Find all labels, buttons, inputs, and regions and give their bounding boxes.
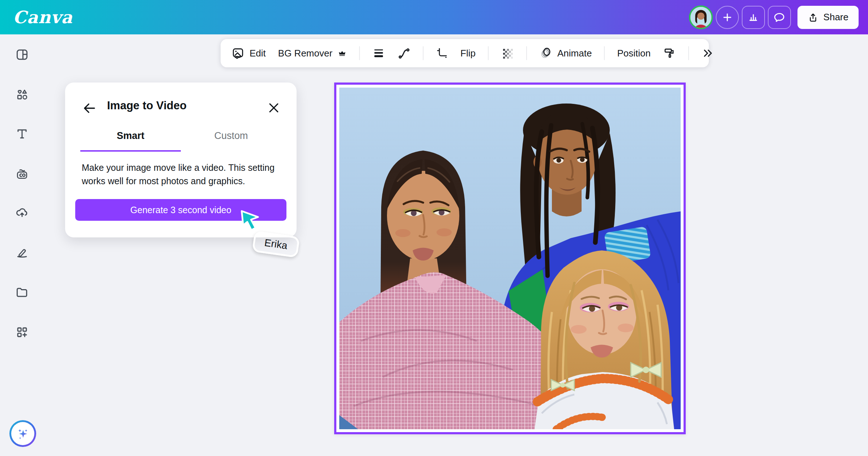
- line-weight-icon: [372, 47, 385, 60]
- back-button[interactable]: [82, 101, 97, 116]
- draw-pen-icon: [15, 245, 29, 259]
- share-button[interactable]: Share: [797, 6, 859, 29]
- adjust-curve-button[interactable]: [397, 47, 410, 60]
- toolbar-separator: [488, 46, 489, 60]
- avatar[interactable]: [689, 5, 713, 29]
- bg-remover-label: BG Remover: [278, 48, 332, 59]
- edit-label: Edit: [250, 48, 266, 59]
- back-arrow-icon: [82, 101, 97, 116]
- paint-roller-icon: [663, 47, 676, 60]
- elements-icon: [15, 88, 29, 101]
- panel-title: Image to Video: [107, 99, 187, 112]
- tab-smart[interactable]: Smart: [80, 130, 181, 152]
- panel-tabs: Smart Custom: [80, 130, 281, 152]
- copy-style-button[interactable]: [663, 47, 676, 60]
- transparency-checker-icon: [501, 47, 514, 60]
- image-to-video-panel: Image to Video Smart Custom Make your im…: [65, 83, 297, 237]
- canva-logo[interactable]: Canva: [13, 7, 73, 27]
- sidebar-item-elements[interactable]: [15, 87, 29, 102]
- edit-button[interactable]: Edit: [231, 47, 266, 60]
- close-icon: [267, 101, 281, 115]
- position-button[interactable]: Position: [617, 48, 651, 59]
- pro-crown-icon: [337, 48, 347, 58]
- sidebar-item-design[interactable]: [15, 47, 29, 62]
- design-icon: [15, 48, 29, 62]
- sidebar-item-brand[interactable]: [15, 166, 29, 181]
- generate-video-button[interactable]: Generate 3 second video: [75, 199, 286, 221]
- transparency-button[interactable]: [501, 47, 514, 60]
- uploads-cloud-icon: [15, 205, 29, 219]
- curve-icon: [397, 47, 410, 60]
- chat-bubble-icon: [773, 11, 786, 24]
- sidebar-item-apps[interactable]: [15, 325, 29, 339]
- crop-icon: [436, 47, 448, 59]
- weight-button[interactable]: [372, 47, 385, 60]
- crop-button[interactable]: [436, 47, 448, 59]
- context-toolbar: Edit BG Remover Flip: [221, 39, 709, 67]
- share-label: Share: [824, 12, 848, 23]
- folder-icon: [15, 286, 29, 299]
- sidebar-rail: [0, 34, 44, 456]
- bg-remover-button[interactable]: BG Remover: [278, 48, 347, 59]
- apps-grid-icon: [15, 325, 29, 339]
- toolbar-separator: [688, 46, 689, 60]
- animate-icon: [539, 47, 552, 60]
- sidebar-item-uploads[interactable]: [15, 205, 29, 219]
- collaborator-name: Erika: [264, 237, 288, 252]
- insights-button[interactable]: [742, 6, 765, 29]
- brand-icon: [15, 167, 29, 181]
- add-member-button[interactable]: [716, 6, 739, 29]
- animate-label: Animate: [557, 48, 592, 59]
- text-icon: [15, 127, 29, 141]
- sidebar-item-draw[interactable]: [15, 245, 29, 259]
- bar-chart-icon: [748, 12, 759, 23]
- close-button[interactable]: [266, 101, 281, 116]
- canvas-photo[interactable]: [339, 88, 681, 429]
- sidebar-item-projects[interactable]: [15, 285, 29, 300]
- plus-icon: [722, 12, 733, 23]
- canva-ai-button[interactable]: [9, 420, 36, 447]
- sidebar-item-text[interactable]: [15, 127, 29, 141]
- toolbar-separator: [604, 46, 605, 60]
- flip-label: Flip: [460, 48, 476, 59]
- panel-description: Make your image move like a video. This …: [82, 161, 284, 188]
- avatar-image: [690, 7, 711, 28]
- position-label: Position: [617, 48, 651, 59]
- more-tools-button[interactable]: [701, 47, 714, 60]
- toolbar-separator: [526, 46, 527, 60]
- chevrons-right-icon: [701, 47, 714, 60]
- toolbar-separator: [423, 46, 424, 60]
- top-bar: Canva: [0, 0, 868, 34]
- selection-border[interactable]: [334, 83, 686, 434]
- flip-button[interactable]: Flip: [460, 48, 476, 59]
- edit-image-icon: [231, 47, 244, 60]
- animate-button[interactable]: Animate: [539, 47, 592, 60]
- toolbar-separator: [359, 46, 360, 60]
- comments-button[interactable]: [768, 6, 791, 29]
- share-upload-icon: [808, 12, 818, 23]
- tab-custom[interactable]: Custom: [181, 130, 281, 152]
- sparkle-icon: [15, 426, 31, 442]
